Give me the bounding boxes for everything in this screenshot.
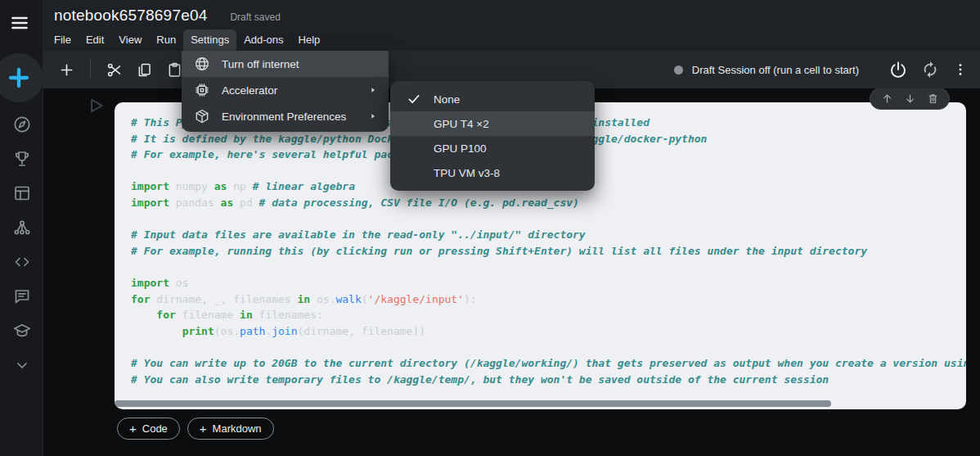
horizontal-scrollbar[interactable]	[115, 400, 831, 407]
plus-icon: +	[129, 422, 137, 435]
accelerator-submenu: NoneGPU T4 ×2GPU P100TPU VM v3-8	[390, 81, 595, 191]
copy-icon[interactable]	[136, 61, 153, 79]
accelerator-option-label: GPU P100	[434, 142, 487, 155]
add-cell-row: +Code +Markdown	[117, 418, 274, 440]
submenu-caret-icon	[369, 86, 377, 94]
notebook-title[interactable]: notebook6578697e04	[54, 7, 207, 25]
menu-help[interactable]: Help	[291, 29, 328, 51]
run-cell-button[interactable]	[85, 95, 106, 116]
check-icon	[407, 92, 421, 106]
code-brackets-icon[interactable]	[12, 252, 32, 272]
settings-menu: Turn off internetAcceleratorEnvironment …	[182, 51, 389, 132]
add-markdown-button[interactable]: +Markdown	[187, 418, 274, 440]
session-status-text: Draft Session off (run a cell to start)	[692, 64, 859, 76]
restart-session-icon[interactable]	[921, 61, 939, 79]
check-placeholder	[407, 165, 421, 180]
plus-icon: +	[200, 422, 207, 435]
menu-item-accelerator[interactable]: Accelerator	[182, 77, 389, 103]
globe-icon	[194, 56, 210, 72]
trophy-icon[interactable]	[12, 149, 32, 169]
accelerator-option-label: TPU VM v3-8	[434, 167, 500, 179]
code-line	[131, 211, 966, 228]
code-line: for filename in filenames:	[131, 307, 966, 323]
submenu-caret-icon	[369, 112, 377, 120]
models-network-icon[interactable]	[12, 218, 32, 237]
menu-file[interactable]: File	[47, 29, 79, 51]
create-button[interactable]	[0, 53, 43, 102]
session-status-dot	[674, 65, 683, 74]
accelerator-option-gpu-p100[interactable]: GPU P100	[390, 136, 595, 160]
check-placeholder	[407, 141, 421, 156]
delete-cell-icon[interactable]	[927, 93, 939, 105]
menu-item-label: Environment Preferences	[222, 111, 346, 123]
code-line: # You can write up to 20GB to the curren…	[131, 355, 966, 372]
accelerator-option-gpu-t4-2[interactable]: GPU T4 ×2	[390, 111, 595, 136]
datasets-grid-icon[interactable]	[12, 183, 32, 203]
accelerator-option-label: GPU T4 ×2	[434, 118, 489, 130]
power-icon[interactable]	[888, 60, 908, 79]
code-line: import pandas as pd # data processing, C…	[131, 195, 966, 211]
menu-item-turn-off-internet[interactable]: Turn off internet	[182, 51, 389, 77]
menu-view[interactable]: View	[111, 29, 149, 51]
code-line	[131, 339, 966, 355]
hamburger-menu-icon[interactable]	[9, 12, 30, 34]
sidebar	[0, 0, 43, 456]
menubar: FileEditViewRunSettingsAdd-onsHelp	[47, 29, 327, 51]
accelerator-option-label: None	[434, 93, 460, 106]
menu-add-ons[interactable]: Add-ons	[236, 29, 290, 51]
code-line	[131, 259, 966, 275]
code-line: for dirname, _, filenames in os.walk('/k…	[131, 291, 966, 308]
check-placeholder	[407, 116, 421, 131]
chip-icon	[194, 82, 210, 98]
code-line: # Input data files are available in the …	[131, 227, 966, 243]
code-line: # You can also write temporary files to …	[131, 372, 966, 388]
cell-actions-toolbar	[870, 88, 950, 110]
paste-icon[interactable]	[166, 61, 183, 79]
move-cell-down-icon[interactable]	[904, 93, 916, 105]
menu-item-label: Accelerator	[222, 84, 277, 97]
code-line: import os	[131, 275, 966, 291]
kaggle-notebook-app: notebook6578697e04 Draft saved FileEditV…	[0, 0, 980, 456]
header: notebook6578697e04 Draft saved FileEditV…	[43, 0, 980, 51]
toolbar-divider	[90, 60, 91, 79]
compass-icon[interactable]	[12, 115, 32, 134]
add-code-button[interactable]: +Code	[117, 418, 180, 440]
accelerator-option-none[interactable]: None	[390, 87, 595, 111]
menu-edit[interactable]: Edit	[79, 29, 111, 51]
accelerator-option-tpu-vm-v3-8[interactable]: TPU VM v3-8	[390, 160, 595, 185]
menu-settings[interactable]: Settings	[183, 29, 236, 51]
menu-item-environment-preferences[interactable]: Environment Preferences	[182, 103, 389, 129]
menu-item-label: Turn off internet	[222, 58, 299, 70]
kebab-menu-icon[interactable]	[952, 61, 969, 78]
graduation-cap-icon[interactable]	[12, 321, 32, 341]
draft-saved-status: Draft saved	[230, 11, 280, 23]
menu-run[interactable]: Run	[149, 29, 183, 51]
sidebar-nav	[0, 115, 43, 375]
cut-icon[interactable]	[106, 61, 123, 79]
comments-icon[interactable]	[12, 287, 32, 306]
code-line: # For example, running this (by clicking…	[131, 243, 966, 260]
chevron-down-icon[interactable]	[12, 355, 32, 375]
add-icon[interactable]	[58, 61, 75, 79]
move-cell-up-icon[interactable]	[881, 93, 893, 105]
code-line: print(os.path.join(dirname, filename))	[131, 323, 966, 340]
package-icon	[194, 108, 210, 124]
